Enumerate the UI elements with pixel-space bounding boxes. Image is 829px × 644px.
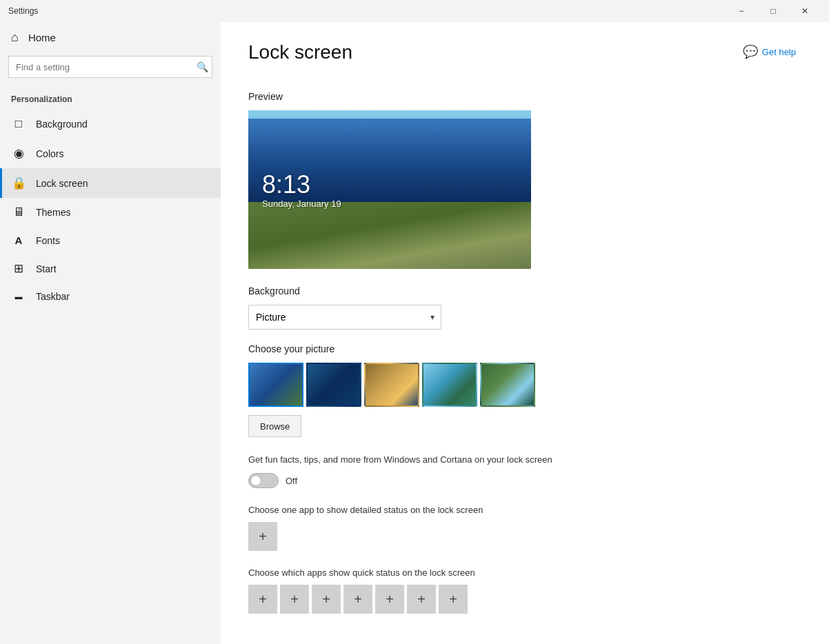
- toggle-knob: [250, 475, 261, 486]
- add-quick-app-3[interactable]: +: [312, 585, 341, 614]
- themes-icon: 🖥: [11, 205, 26, 219]
- quick-apps-row: + + + + + + +: [248, 585, 801, 614]
- background-section: Background Picture Windows spotlight Sli…: [248, 285, 801, 330]
- plus-icon-6: +: [417, 592, 426, 607]
- sidebar-item-start[interactable]: ⊞ Start: [0, 254, 221, 283]
- quick-status-section: Choose which apps show quick status on t…: [248, 567, 801, 614]
- toggle-row: Off: [248, 473, 801, 488]
- plus-icon-3: +: [322, 592, 330, 607]
- home-icon: ⌂: [11, 30, 19, 45]
- add-quick-app-5[interactable]: +: [375, 585, 404, 614]
- maximize-button[interactable]: □: [757, 0, 789, 22]
- sidebar-item-background[interactable]: □ Background: [0, 110, 221, 139]
- search-input[interactable]: [8, 56, 212, 78]
- sidebar-item-label: Colors: [36, 148, 63, 159]
- picture-thumb-5[interactable]: [480, 363, 535, 407]
- sidebar-item-label: Themes: [36, 207, 71, 218]
- sidebar-section-label: Personalization: [0, 89, 221, 110]
- titlebar: Settings − □ ✕: [0, 0, 829, 22]
- detailed-status-label: Choose one app to show detailed status o…: [248, 505, 801, 515]
- lock-screen-icon: 🔒: [11, 176, 26, 190]
- background-dropdown-wrapper: Picture Windows spotlight Slideshow ▾: [248, 305, 441, 330]
- add-detailed-app-button[interactable]: +: [248, 522, 277, 551]
- search-box: 🔍: [8, 56, 212, 78]
- toggle-section: Get fun facts, tips, and more from Windo…: [248, 454, 801, 488]
- sidebar-item-label: Background: [36, 119, 88, 130]
- add-quick-app-7[interactable]: +: [439, 585, 468, 614]
- add-quick-app-2[interactable]: +: [280, 585, 309, 614]
- pictures-grid: [248, 363, 801, 407]
- taskbar-icon: ▬: [11, 292, 26, 301]
- sidebar-item-label: Taskbar: [36, 291, 70, 302]
- sidebar-item-home[interactable]: ⌂ Home: [0, 22, 221, 53]
- sidebar-item-fonts[interactable]: A Fonts: [0, 227, 221, 254]
- sidebar-item-colors[interactable]: ◉ Colors: [0, 139, 221, 168]
- preview-land: [248, 202, 531, 269]
- sidebar-item-label: Lock screen: [36, 178, 88, 189]
- add-quick-app-4[interactable]: +: [343, 585, 372, 614]
- get-help-button[interactable]: 💬 Get help: [737, 41, 801, 62]
- plus-icon-5: +: [386, 592, 394, 607]
- lock-screen-preview: 8:13 Sunday, January 19: [248, 110, 531, 269]
- fun-facts-description: Get fun facts, tips, and more from Windo…: [248, 454, 593, 466]
- toggle-state-label: Off: [286, 476, 297, 486]
- content-header: Lock screen 💬 Get help: [248, 41, 801, 77]
- plus-icon-1: +: [259, 592, 267, 607]
- window-controls: − □ ✕: [726, 0, 821, 22]
- plus-icon-7: +: [449, 592, 457, 607]
- search-button[interactable]: 🔍: [197, 61, 208, 72]
- plus-icon-2: +: [290, 592, 299, 607]
- page-title: Lock screen: [248, 41, 352, 63]
- plus-icon-4: +: [354, 592, 362, 607]
- app-title: Settings: [8, 6, 38, 16]
- sidebar-item-label: Start: [36, 263, 57, 274]
- picture-thumb-1[interactable]: [248, 363, 303, 407]
- start-icon: ⊞: [11, 261, 26, 276]
- picture-thumb-4[interactable]: [422, 363, 477, 407]
- add-quick-app-1[interactable]: +: [248, 585, 277, 614]
- sidebar-home-label: Home: [28, 32, 56, 43]
- browse-button[interactable]: Browse: [248, 415, 301, 437]
- preview-label: Preview: [248, 91, 801, 102]
- picture-thumb-3[interactable]: [364, 363, 419, 407]
- app-container: ⌂ Home 🔍 Personalization □ Background ◉ …: [0, 22, 829, 644]
- plus-icon: +: [259, 529, 267, 545]
- close-button[interactable]: ✕: [789, 0, 821, 22]
- help-icon: 💬: [743, 44, 758, 59]
- minimize-button[interactable]: −: [726, 0, 757, 22]
- fonts-icon: A: [11, 234, 26, 246]
- get-help-label: Get help: [762, 47, 796, 57]
- preview-time: 8:13: [262, 170, 310, 199]
- preview-date: Sunday, January 19: [262, 199, 341, 209]
- colors-icon: ◉: [11, 146, 26, 161]
- background-label: Background: [248, 285, 801, 296]
- fun-facts-toggle[interactable]: [248, 473, 279, 488]
- picture-thumb-2[interactable]: [306, 363, 361, 407]
- detailed-status-section: Choose one app to show detailed status o…: [248, 505, 801, 551]
- background-icon: □: [11, 117, 26, 131]
- quick-status-label: Choose which apps show quick status on t…: [248, 567, 801, 578]
- add-quick-app-6[interactable]: +: [407, 585, 436, 614]
- sidebar-item-label: Fonts: [36, 235, 60, 246]
- sidebar-item-lock-screen[interactable]: 🔒 Lock screen: [0, 168, 221, 198]
- content-area: Lock screen 💬 Get help Preview 8:13 Sund…: [221, 22, 829, 644]
- choose-picture-label: Choose your picture: [248, 343, 801, 354]
- sidebar-item-themes[interactable]: 🖥 Themes: [0, 198, 221, 227]
- background-dropdown[interactable]: Picture Windows spotlight Slideshow: [248, 305, 441, 330]
- sidebar-item-taskbar[interactable]: ▬ Taskbar: [0, 283, 221, 310]
- pictures-section: Choose your picture Browse: [248, 343, 801, 437]
- sidebar: ⌂ Home 🔍 Personalization □ Background ◉ …: [0, 22, 221, 644]
